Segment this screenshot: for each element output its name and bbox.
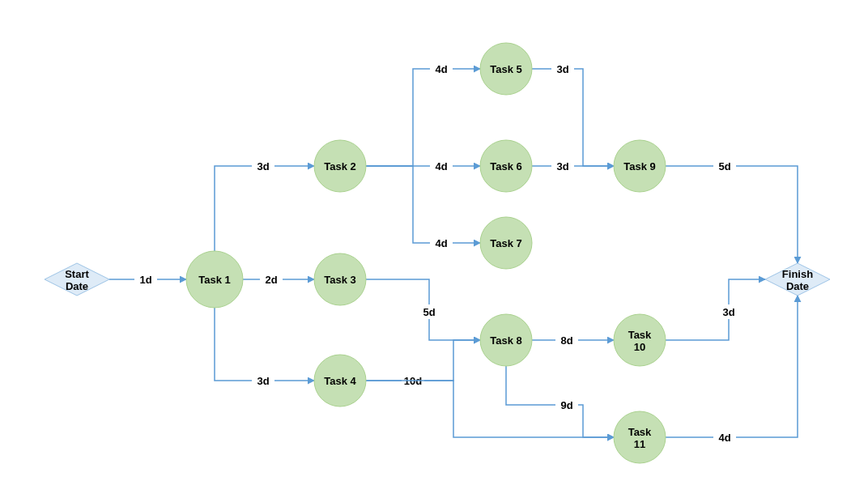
node-start-label: Start bbox=[65, 268, 89, 280]
node-t2-label: Task 2 bbox=[324, 160, 356, 172]
e-t6-t9-label: 3d bbox=[556, 160, 568, 172]
e-t11-finish-label: 4d bbox=[718, 432, 730, 444]
e-t2-t5 bbox=[366, 69, 480, 166]
e-t8-t11-label: 9d bbox=[560, 399, 572, 411]
e-t8-t10-label: 8d bbox=[560, 334, 572, 347]
e-t3-t8-label: 5d bbox=[423, 306, 435, 318]
node-t3-label: Task 3 bbox=[324, 274, 356, 286]
e-t9-finish-label: 5d bbox=[718, 160, 730, 172]
pert-diagram: 1d3d2d3d4d4d4d5d10d3d3d8d9d5d3d4dStartDa… bbox=[0, 0, 868, 498]
e-t1-t2 bbox=[215, 166, 314, 251]
e-t10-finish-label: 3d bbox=[722, 306, 734, 318]
node-t5-label: Task 5 bbox=[490, 63, 522, 75]
e-t5-t9 bbox=[532, 69, 614, 166]
node-t8-label: Task 8 bbox=[490, 334, 522, 347]
e-t9-finish bbox=[666, 166, 798, 263]
e-t5-t9-label: 3d bbox=[556, 63, 568, 75]
node-t4-label: Task 4 bbox=[324, 375, 356, 387]
e-t1-t3-label: 2d bbox=[265, 274, 277, 286]
e-t1-t4-label: 3d bbox=[257, 375, 269, 387]
nodes-layer: StartDateFinishDateTask 1Task 2Task 3Tas… bbox=[45, 43, 830, 463]
node-t9-label: Task 9 bbox=[623, 160, 656, 172]
node-finish-label: Finish bbox=[782, 268, 813, 280]
node-t11-label2: 11 bbox=[634, 438, 645, 450]
e-t10-finish bbox=[666, 279, 765, 340]
e-t1-t2-label: 3d bbox=[257, 160, 269, 172]
node-start-label2: Date bbox=[66, 280, 88, 292]
node-t1-label: Task 1 bbox=[198, 274, 231, 286]
node-t10-label2: 10 bbox=[634, 341, 645, 353]
e-t2-t6-label: 4d bbox=[435, 160, 447, 172]
node-t7-label: Task 7 bbox=[490, 237, 522, 249]
node-t6-label: Task 6 bbox=[490, 160, 522, 172]
e-start-t1-label: 1d bbox=[139, 274, 151, 286]
e-t1-t4 bbox=[215, 308, 314, 381]
e-t2-t7 bbox=[366, 166, 480, 243]
node-finish-label2: Date bbox=[786, 280, 809, 292]
e-t2-t7-label: 4d bbox=[435, 237, 447, 249]
e-t2-t5-label: 4d bbox=[435, 63, 447, 75]
node-t11-label: Task bbox=[628, 426, 652, 438]
node-t10-label: Task bbox=[628, 329, 652, 341]
